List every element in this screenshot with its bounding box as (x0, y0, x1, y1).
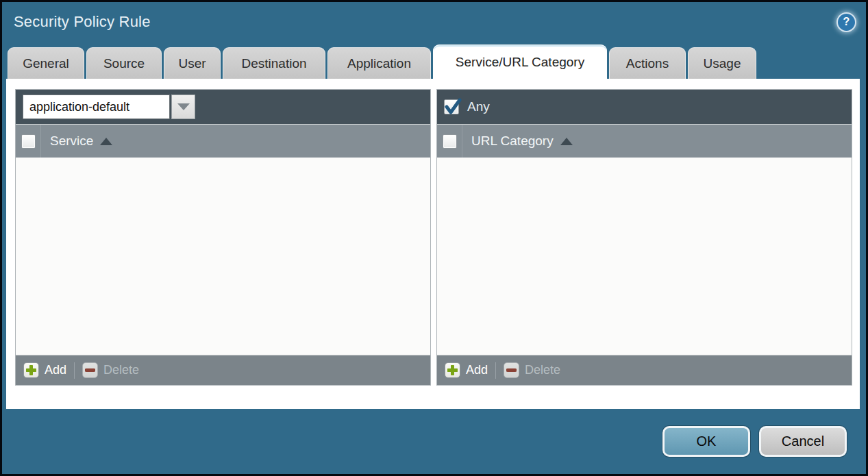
service-list-body (16, 158, 430, 355)
delete-label: Delete (525, 363, 560, 377)
add-plus-icon (23, 362, 39, 378)
service-type-dropdown-value[interactable]: application-default (23, 95, 170, 119)
tab-user[interactable]: User (164, 47, 221, 79)
add-label: Add (45, 363, 66, 377)
tab-label: Application (347, 56, 411, 71)
any-checkbox[interactable] (444, 99, 459, 114)
question-mark-glyph: ? (843, 16, 850, 27)
service-delete-button[interactable]: Delete (82, 362, 139, 378)
security-policy-rule-dialog: Security Policy Rule ? General Source Us… (2, 2, 866, 474)
ok-button[interactable]: OK (662, 426, 750, 457)
url-category-delete-button[interactable]: Delete (504, 362, 560, 378)
url-category-list-body (437, 158, 852, 355)
toolbar-separator (495, 362, 496, 379)
url-category-column-label: URL Category (471, 134, 554, 149)
tab-label: Destination (241, 56, 306, 71)
tab-strip: General Source User Destination Applicat… (2, 42, 866, 79)
delete-minus-icon (504, 362, 519, 378)
service-checkbox-cell (16, 125, 41, 158)
add-plus-icon (445, 362, 460, 378)
tab-label: Service/URL Category (456, 55, 584, 70)
tab-label: Actions (626, 56, 669, 71)
service-select-all-checkbox[interactable] (21, 134, 36, 149)
tab-label: Source (103, 56, 145, 71)
tab-application[interactable]: Application (327, 47, 431, 79)
toolbar-separator (74, 362, 75, 379)
service-panel-header-bar: application-default (16, 90, 430, 124)
sort-ascending-icon (100, 138, 112, 145)
delete-label: Delete (103, 363, 139, 377)
tab-general[interactable]: General (8, 47, 84, 79)
tab-usage[interactable]: Usage (688, 47, 756, 79)
url-category-checkbox-cell (437, 125, 462, 158)
service-url-panels: application-default Service (15, 89, 852, 386)
url-category-select-all-checkbox[interactable] (443, 134, 457, 149)
service-column-label: Service (50, 134, 93, 149)
sort-ascending-icon (560, 138, 573, 145)
service-column-header[interactable]: Service (41, 134, 112, 149)
url-category-panel: Any URL Category (436, 89, 852, 386)
service-column-header-row: Service (16, 124, 430, 158)
tab-label: Usage (704, 56, 741, 71)
tab-label: General (23, 56, 69, 71)
url-category-add-button[interactable]: Add (445, 362, 488, 378)
url-category-toolbar: Add Delete (437, 355, 852, 385)
service-panel: application-default Service (15, 89, 431, 386)
tab-content-area: application-default Service (6, 79, 860, 409)
service-toolbar: Add Delete (16, 355, 430, 385)
url-category-header-bar: Any (437, 90, 852, 124)
tab-actions[interactable]: Actions (609, 47, 686, 79)
tab-source[interactable]: Source (86, 47, 162, 79)
tab-destination[interactable]: Destination (223, 47, 325, 79)
dialog-title: Security Policy Rule (14, 13, 836, 31)
service-type-dropdown[interactable]: application-default (23, 94, 195, 120)
dialog-footer: OK Cancel (2, 409, 866, 474)
dropdown-button[interactable] (171, 95, 195, 119)
any-label: Any (467, 99, 490, 114)
tab-service-url-category[interactable]: Service/URL Category (433, 45, 607, 79)
help-icon[interactable]: ? (836, 12, 856, 32)
delete-minus-icon (82, 362, 98, 378)
tab-label: User (178, 56, 206, 71)
chevron-down-icon (177, 103, 190, 110)
service-add-button[interactable]: Add (23, 362, 66, 378)
cancel-button[interactable]: Cancel (759, 426, 847, 457)
title-bar: Security Policy Rule ? (2, 2, 866, 42)
url-category-column-header[interactable]: URL Category (462, 134, 573, 149)
add-label: Add (466, 363, 488, 377)
url-category-column-header-row: URL Category (437, 124, 852, 158)
